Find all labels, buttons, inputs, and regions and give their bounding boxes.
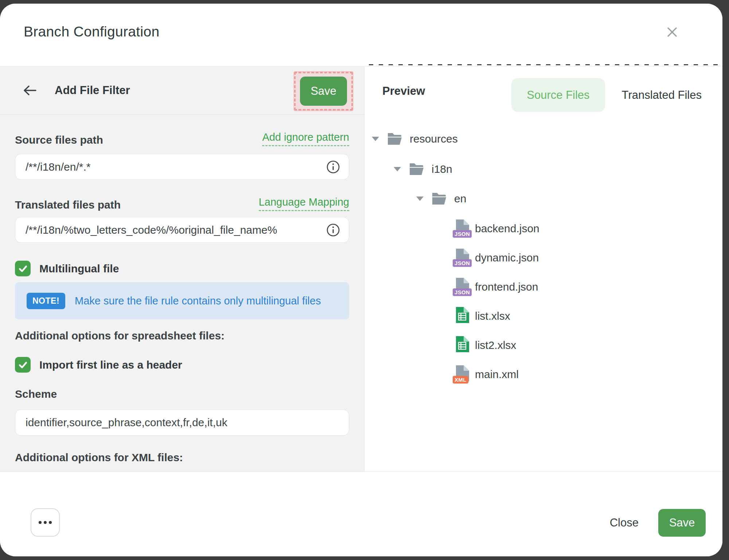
xlsx-file-icon xyxy=(453,307,470,325)
json-badge: JSON xyxy=(453,259,472,267)
json-badge: JSON xyxy=(453,230,472,238)
tree-label: list2.xlsx xyxy=(475,339,516,351)
tree-label: frontend.json xyxy=(475,281,538,293)
panel-title: Add File Filter xyxy=(55,84,130,97)
source-path-input-wrap xyxy=(15,154,349,180)
source-path-row: Source files path Add ignore pattern xyxy=(15,131,349,146)
dashed-divider-artifact xyxy=(369,64,718,65)
spreadsheet-options-heading: Additional options for spreadsheet files… xyxy=(15,330,225,342)
tree-label: i18n xyxy=(432,163,452,175)
branch-configuration-modal: Branch Configuration Add File Filter Sav… xyxy=(0,4,722,556)
tree-row-folder[interactable]: en xyxy=(416,190,466,207)
scheme-input[interactable] xyxy=(26,416,340,429)
preview-tabs: Source Files Translated Files xyxy=(511,78,702,112)
tree-row-folder[interactable]: resources xyxy=(372,130,458,148)
chevron-down-icon[interactable] xyxy=(416,197,424,201)
modal-title: Branch Configuration xyxy=(24,24,159,40)
tree-row-folder[interactable]: i18n xyxy=(394,160,452,178)
tree-row-file[interactable]: XML main.xml xyxy=(453,366,519,383)
modal-title-bar: Branch Configuration xyxy=(0,4,722,66)
close-icon[interactable] xyxy=(662,22,682,42)
tree-row-file[interactable]: JSON frontend.json xyxy=(453,278,538,296)
tree-row-file[interactable]: list2.xlsx xyxy=(453,337,516,354)
note-badge: NOTE! xyxy=(27,293,65,309)
preview-panel: Preview Source Files Translated Files re… xyxy=(365,66,722,471)
file-filter-header: Add File Filter Save xyxy=(0,66,364,115)
close-button[interactable]: Close xyxy=(610,516,639,529)
import-header-row: Import first line as a header xyxy=(15,357,182,373)
chevron-down-icon[interactable] xyxy=(372,137,379,141)
tree-label: main.xml xyxy=(475,368,519,381)
more-options-button[interactable] xyxy=(31,508,60,537)
tree-label: backend.json xyxy=(475,222,539,235)
import-header-checkbox[interactable] xyxy=(15,357,31,373)
tree-row-file[interactable]: list.xlsx xyxy=(453,307,510,325)
json-file-icon: JSON xyxy=(453,249,470,267)
back-arrow-icon[interactable] xyxy=(22,83,38,98)
tab-source-files[interactable]: Source Files xyxy=(511,78,605,112)
scheme-input-wrap xyxy=(15,409,349,436)
multilingual-label: Multilingual file xyxy=(39,262,119,275)
file-filter-panel: Add File Filter Save Source files path A… xyxy=(0,66,364,471)
scheme-label: Scheme xyxy=(15,388,57,400)
xml-options-heading: Additional options for XML files: xyxy=(15,451,183,464)
folder-icon xyxy=(409,163,424,176)
note-text: Make sure the file rule contains only mu… xyxy=(75,295,321,307)
import-header-label: Import first line as a header xyxy=(39,359,182,371)
chevron-down-icon[interactable] xyxy=(394,167,401,171)
tree-label: list.xlsx xyxy=(475,310,510,322)
multilingual-checkbox[interactable] xyxy=(15,261,31,276)
translated-path-input-wrap xyxy=(15,217,349,243)
tree-row-file[interactable]: JSON dynamic.json xyxy=(453,249,539,267)
xlsx-file-icon xyxy=(453,336,470,354)
language-mapping-link[interactable]: Language Mapping xyxy=(259,196,349,211)
json-file-icon: JSON xyxy=(453,219,470,238)
info-icon[interactable] xyxy=(326,160,340,174)
source-path-input[interactable] xyxy=(26,161,321,173)
tab-translated-files[interactable]: Translated Files xyxy=(622,89,702,102)
translated-path-input[interactable] xyxy=(26,224,321,236)
json-badge: JSON xyxy=(453,288,472,296)
tree-label: resources xyxy=(410,133,458,145)
xml-file-icon: XML xyxy=(453,365,470,384)
info-icon[interactable] xyxy=(326,223,340,237)
add-ignore-pattern-link[interactable]: Add ignore pattern xyxy=(262,131,349,146)
dot-icon xyxy=(39,521,42,524)
xml-badge: XML xyxy=(453,376,468,384)
source-path-label: Source files path xyxy=(15,134,103,146)
tree-row-file[interactable]: JSON backend.json xyxy=(453,220,539,237)
folder-icon xyxy=(432,192,447,205)
tree-label: en xyxy=(454,192,466,205)
dot-icon xyxy=(49,521,52,524)
json-file-icon: JSON xyxy=(453,278,470,296)
save-button[interactable]: Save xyxy=(658,509,706,537)
preview-title: Preview xyxy=(382,85,425,98)
save-filter-button[interactable]: Save xyxy=(300,77,347,106)
dot-icon xyxy=(44,521,47,524)
modal-footer: Close Save xyxy=(0,471,722,556)
translated-path-row: Translated files path Language Mapping xyxy=(15,196,349,211)
multilingual-row: Multilingual file xyxy=(15,261,119,276)
folder-icon xyxy=(387,132,402,145)
note-box: NOTE! Make sure the file rule contains o… xyxy=(15,282,349,319)
translated-path-label: Translated files path xyxy=(15,199,121,211)
tree-label: dynamic.json xyxy=(475,252,539,264)
